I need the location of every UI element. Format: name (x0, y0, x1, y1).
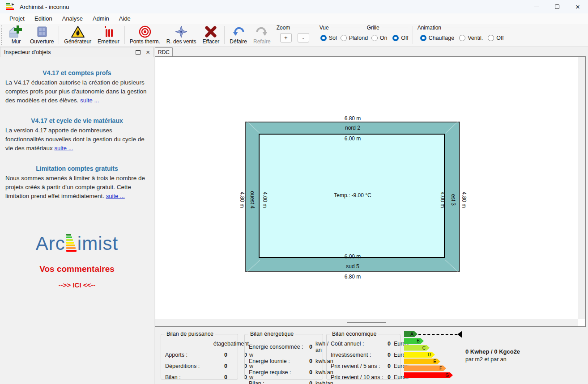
bilan-energetique-title: Bilan énergetique (248, 331, 295, 337)
logo-text-left: Arc (36, 233, 65, 254)
radio-anim-off-label: Off (496, 35, 503, 41)
close-panel-icon[interactable]: × (146, 49, 150, 55)
dpe-indicator-arrow-icon (457, 331, 462, 338)
row-label: Bilan : (165, 374, 207, 380)
dim-left-inner: 4.00 m (262, 192, 268, 208)
dpe-bar-letter: B (417, 338, 424, 343)
radio-sol[interactable]: Sol (320, 35, 337, 41)
logo-text-right: imist (77, 233, 118, 254)
mur-button[interactable]: Mur (5, 24, 27, 46)
dpe-row-C: C (404, 345, 462, 351)
grille-group: Grille On Off (364, 24, 411, 46)
animation-group-title: Animation (418, 25, 441, 31)
bilan-puissance-title: Bilan de puissance (165, 331, 215, 337)
row-label: Energie consommée : (249, 344, 305, 350)
dim-left-outer: 4.80 m (239, 192, 245, 208)
rose-des-vents-button[interactable]: R. des vents (163, 24, 200, 46)
ponts-therm-button[interactable]: Ponts therm. (127, 24, 163, 46)
menu-analyse[interactable]: Analyse (57, 14, 88, 23)
emetteur-label: Emetteur (98, 38, 119, 45)
menu-admin[interactable]: Admin (88, 14, 114, 23)
zoom-group-title: Zoom (277, 25, 290, 31)
scrollbar-thumb[interactable] (347, 322, 386, 323)
dpe-bar-letter: C (422, 346, 430, 350)
minimize-icon (534, 7, 539, 7)
wall-label-nord: nord 2 (245, 125, 460, 131)
dpe-subtitle: par m2 et par an (465, 356, 507, 363)
apports-etage: 0 (207, 352, 227, 358)
news-suite-link[interactable]: suite ... (55, 145, 73, 152)
refaire-label: Refaire (253, 38, 271, 45)
radio-grille-off[interactable]: Off (392, 35, 408, 41)
drawing-area[interactable]: 6.80 m nord 2 6.00 m Temp.: -9.00 °C 6.0… (155, 57, 578, 319)
wall-label-est: est 3 (450, 194, 456, 206)
dpe-chart: ABCDEFG (404, 331, 462, 379)
news-suite-link[interactable]: suite ... (80, 97, 99, 104)
refaire-button[interactable]: Refaire (250, 24, 274, 46)
tab-rdc[interactable]: RDC (155, 47, 173, 57)
news-item: V4.17 et comptes profs La V4.17 éducatio… (5, 69, 149, 105)
emetteur-button[interactable]: Emetteur (94, 24, 123, 46)
menu-projet[interactable]: Projet (4, 14, 30, 23)
maximize-button[interactable] (547, 0, 567, 13)
radio-anim-off[interactable]: Off (488, 35, 503, 41)
radio-sol-label: Sol (329, 35, 337, 41)
effacer-button[interactable]: Effacer (199, 24, 222, 46)
dpe-bar-letter: D (428, 352, 435, 357)
bilan-economique-title: Bilan économique (330, 331, 378, 337)
menu-bar: Projet Edition Analyse Admin Aide (0, 13, 588, 24)
row-value: 0 (305, 344, 312, 350)
logo-energy-bars-icon (66, 234, 77, 252)
radio-ventil[interactable]: Ventil. (459, 35, 483, 41)
dim-top-outer: 6.80 m (245, 115, 460, 122)
radio-chauffage[interactable]: Chauffage (420, 35, 454, 41)
zoom-out-button[interactable]: - (298, 33, 309, 42)
wall-icon (9, 25, 24, 38)
title-bar: Archimist - inconnu × (0, 0, 588, 13)
radio-grille-off-label: Off (401, 35, 408, 41)
dim-right-inner: 4.00 m (439, 192, 446, 208)
generateur-button[interactable]: Générateur (61, 24, 94, 46)
menu-edition[interactable]: Edition (30, 14, 57, 23)
menu-aide[interactable]: Aide (114, 14, 136, 23)
toolbar-separator (413, 26, 413, 44)
generator-warning-icon (71, 25, 85, 38)
bilan-etage: 0 (207, 374, 227, 380)
dpe-row-D: D (404, 352, 462, 358)
row-label: Apports : (165, 352, 207, 358)
minimize-button[interactable] (526, 0, 547, 13)
dpe-bar-letter: F (439, 366, 446, 371)
horizontal-scrollbar[interactable] (155, 319, 578, 326)
thermal-bridge-target-icon (139, 25, 151, 38)
deperditions-etage: 0 (207, 363, 227, 369)
wall-label-sud: sud 5 (245, 263, 460, 270)
row-label: Investissement : (331, 352, 383, 358)
news-title: V4.17 et comptes profs (5, 69, 149, 76)
radio-grille-on[interactable]: On (371, 35, 388, 41)
close-button[interactable]: × (567, 0, 588, 13)
defaire-button[interactable]: Défaire (226, 24, 250, 46)
row-value: 0 (305, 380, 312, 384)
news-suite-link[interactable]: suite ... (106, 193, 125, 199)
vertical-scrollbar[interactable] (578, 57, 585, 319)
float-panel-icon[interactable] (136, 50, 141, 55)
dpe-row-E: E (404, 359, 462, 364)
dpe-bar-letter: E (433, 359, 440, 364)
radio-ventil-label: Ventil. (468, 35, 483, 41)
ouverture-button[interactable]: Ouverture (27, 24, 57, 46)
dpe-bar-B: B (404, 338, 424, 344)
dpe-bar-F: F (404, 365, 446, 371)
row-label: Energie requise : (249, 369, 305, 376)
row-label: Energie fournie : (249, 358, 305, 364)
plan-canvas: 6.80 m nord 2 6.00 m Temp.: -9.00 °C 6.0… (155, 56, 586, 327)
row-label: Prix revient / 10 ans : (331, 374, 383, 380)
dpe-row-G: G (404, 372, 462, 378)
zoom-in-button[interactable]: + (280, 33, 292, 42)
dpe-bar-G: G (404, 372, 453, 378)
comments-ici-link[interactable]: -->> ICI <<-- (0, 281, 154, 289)
radio-grille-on-label: On (380, 35, 388, 41)
dpe-bar-D: D (404, 352, 435, 358)
toolbar-grip[interactable] (1, 25, 4, 45)
window-title: Archimist - inconnu (20, 4, 69, 10)
news-body: La version 4.17 apporte de nombreuses fo… (5, 127, 145, 152)
